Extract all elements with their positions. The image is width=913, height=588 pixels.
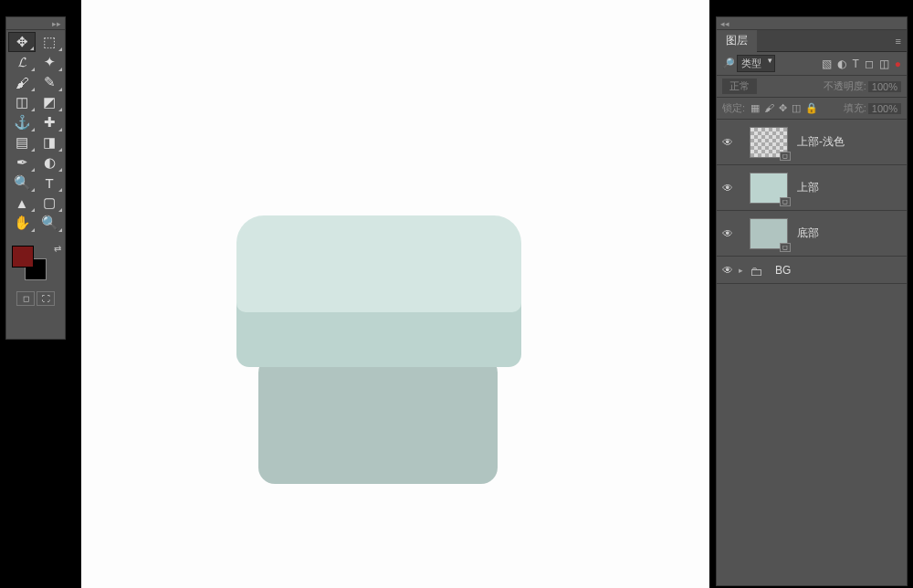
move-tool[interactable]: ✥ [8, 32, 36, 52]
color-swatches: ⇄ [6, 242, 65, 289]
panel-tabs: 图层 ≡ [717, 30, 907, 52]
lock-artboard-icon[interactable]: ◫ [792, 102, 801, 114]
layer-name-label[interactable]: 上部 [797, 180, 819, 195]
opacity-value[interactable]: 100% [868, 81, 901, 92]
layer-name-label[interactable]: 底部 [797, 226, 819, 241]
slice-tool[interactable]: ◩ [36, 92, 63, 112]
dodge-tool[interactable]: 🔍 [8, 173, 36, 193]
lock-position-icon[interactable]: ✥ [779, 102, 787, 114]
blend-row: 正常 不透明度: 100% [717, 76, 907, 98]
gradient-tool[interactable]: ▤ [8, 132, 36, 152]
collapse-panel-icon[interactable]: ◂◂ [720, 19, 729, 28]
eraser-tool[interactable]: ◨ [36, 132, 63, 152]
path-select-tool[interactable]: ▲ [8, 193, 36, 213]
layer-row[interactable]: 👁 ▸ 🗀 BG [717, 257, 907, 284]
quick-mask-button[interactable]: ◻ [16, 291, 35, 306]
filter-type-dropdown[interactable]: 类型 [737, 55, 775, 72]
blur-tool[interactable]: ◐ [36, 152, 63, 173]
visibility-toggle[interactable]: 👁 [717, 227, 739, 240]
crop-tool[interactable]: ◫ [8, 92, 36, 112]
visibility-toggle[interactable]: 👁 [717, 264, 739, 277]
filter-toggle-icon[interactable]: ● [895, 58, 901, 70]
shape-badge-icon: ◻ [780, 197, 791, 206]
filter-kind-icons: ▧ ◐ T ◻ ◫ ● [822, 58, 901, 70]
opacity-label: 不透明度: [824, 79, 866, 93]
filter-smart-icon[interactable]: ◫ [879, 58, 889, 70]
search-icon: 🔎 [722, 58, 735, 69]
tool-panel: ▸▸ ✥ ⬚ 𝓛 ✦ 🖌 ✎ ◫ ◩ ⚓ ✚ ▤ ◨ ✒ ◐ 🔍 T ▲ ▢ ✋… [5, 16, 66, 340]
visibility-toggle[interactable]: 👁 [717, 182, 739, 194]
layers-panel: ◂◂ 图层 ≡ 🔎 类型 ▧ ◐ T ◻ ◫ ● 正常 不透明度: 100% 锁… [716, 16, 908, 586]
shape-tool[interactable]: ▢ [36, 193, 63, 213]
filter-pixel-icon[interactable]: ▧ [822, 58, 832, 70]
workspace [66, 0, 716, 588]
panel-menu-icon[interactable]: ≡ [890, 36, 907, 47]
layers-list: 👁 ◻ 上部-浅色 👁 ◻ 上部 👁 ◻ 底部 [717, 120, 907, 585]
shape-badge-icon: ◻ [780, 152, 791, 161]
document-canvas[interactable] [81, 0, 709, 588]
layer-row[interactable]: 👁 ◻ 底部 [717, 211, 907, 257]
lock-transparency-icon[interactable]: ▦ [750, 102, 760, 114]
pen-tool[interactable]: ✒ [8, 152, 36, 173]
tool-grid: ✥ ⬚ 𝓛 ✦ 🖌 ✎ ◫ ◩ ⚓ ✚ ▤ ◨ ✒ ◐ 🔍 T ▲ ▢ ✋ 🔍 [6, 30, 65, 235]
filter-shape-icon[interactable]: ◻ [865, 58, 874, 70]
screen-mode-button[interactable]: ⛶ [37, 291, 55, 306]
tab-layers[interactable]: 图层 [717, 29, 757, 52]
shape-badge-icon: ◻ [780, 243, 791, 252]
type-tool[interactable]: T [36, 173, 63, 193]
expand-toggle[interactable]: ▸ [739, 266, 750, 275]
blend-mode-dropdown[interactable]: 正常 [722, 79, 757, 94]
lasso-tool[interactable]: 𝓛 [8, 52, 36, 72]
lock-label: 锁定: [722, 101, 745, 115]
fill-label: 填充: [844, 101, 866, 115]
folder-icon: 🗀 [750, 264, 766, 277]
lock-row: 锁定: ▦ 🖌 ✥ ◫ 🔒 填充: 100% [717, 98, 907, 120]
marquee-tool[interactable]: ⬚ [36, 32, 63, 52]
fill-value[interactable]: 100% [868, 103, 901, 114]
zoom-tool[interactable]: 🔍 [36, 213, 63, 233]
filter-search: 🔎 类型 [722, 55, 775, 72]
layer-filter-row: 🔎 类型 ▧ ◐ T ◻ ◫ ● [717, 52, 907, 76]
stamp-tool[interactable]: ⚓ [8, 112, 36, 132]
swap-colors-icon[interactable]: ⇄ [54, 244, 61, 254]
lock-pixels-icon[interactable]: 🖌 [764, 102, 774, 114]
hand-tool[interactable]: ✋ [8, 213, 36, 233]
magic-wand-tool[interactable]: ✦ [36, 52, 63, 72]
visibility-toggle[interactable]: 👁 [717, 136, 739, 149]
layer-name-label[interactable]: 上部-浅色 [797, 134, 845, 150]
healing-tool[interactable]: ✚ [36, 112, 63, 132]
layer-row[interactable]: 👁 ◻ 上部-浅色 [717, 120, 907, 165]
foreground-color-swatch[interactable] [12, 246, 34, 268]
filter-adjust-icon[interactable]: ◐ [837, 58, 846, 70]
tool-panel-header[interactable]: ▸▸ [6, 17, 65, 30]
collapse-panel-icon[interactable]: ▸▸ [52, 19, 61, 28]
artwork-bottom-shape [258, 356, 498, 484]
layer-name-label[interactable]: BG [775, 264, 791, 277]
artwork-top-light-shape [236, 215, 521, 312]
layers-panel-header[interactable]: ◂◂ [717, 17, 907, 30]
eyedropper-tool[interactable]: ✎ [36, 72, 63, 92]
layer-row[interactable]: 👁 ◻ 上部 [717, 165, 907, 211]
brush-tool[interactable]: 🖌 [8, 72, 36, 92]
toolbox-footer: ◻ ⛶ [6, 289, 65, 308]
filter-type-icon[interactable]: T [852, 58, 858, 70]
lock-all-icon[interactable]: 🔒 [805, 102, 818, 114]
